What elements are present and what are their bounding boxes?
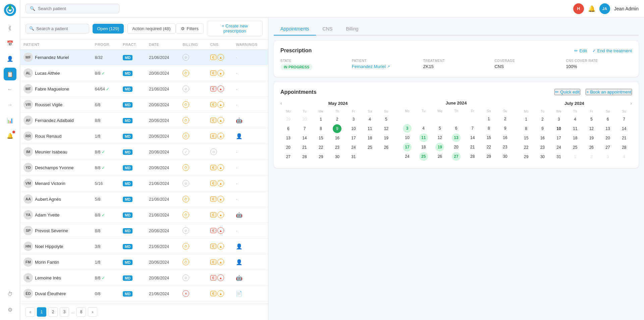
cal-day[interactable]: 3 <box>554 115 563 124</box>
cal-day[interactable]: 6 <box>452 124 461 133</box>
cal-day[interactable]: 10 <box>403 133 412 142</box>
cal-day[interactable]: 7 <box>620 115 629 124</box>
timer-icon[interactable]: ⏱ <box>4 288 16 301</box>
cal-day[interactable]: 31 <box>554 152 563 161</box>
cal-day[interactable]: 20 <box>284 143 292 152</box>
cal-day[interactable]: 25 <box>366 143 374 152</box>
cal-day[interactable]: 1 <box>317 115 325 124</box>
patients-icon[interactable]: 👤 <box>4 52 16 65</box>
cal-day[interactable]: 9 <box>501 124 509 133</box>
cal-day[interactable]: 28 <box>300 152 309 161</box>
cal-day[interactable]: 11 <box>366 124 374 133</box>
cal-day[interactable]: 3 <box>349 115 358 124</box>
cal-day[interactable]: 29 <box>522 152 531 161</box>
table-row[interactable]: VM Menard Victorin 5/16MD21/06/2024⊘€▲- <box>20 176 268 191</box>
settings-icon[interactable]: ⚙ <box>4 303 16 316</box>
cal-day[interactable]: 16 <box>501 133 509 142</box>
table-row[interactable]: AL Lucas Althée 8/8 ✓MD20/06/2024⏱€▲- <box>20 65 268 81</box>
table-row[interactable]: IM Meunier Isabeau 8/8 ✓MD20/06/2024✓⊘- <box>20 144 268 160</box>
cal-day[interactable]: 28 <box>468 152 477 161</box>
table-row[interactable]: SP Prevost Séverine 8/8MD20/06/2024⊘€▲- <box>20 223 268 239</box>
cal-day[interactable]: 16 <box>333 134 341 142</box>
cal-day[interactable]: 4 <box>419 124 428 133</box>
calendar-icon[interactable]: 📅 <box>4 37 16 50</box>
cal-day[interactable]: 30 <box>501 152 509 161</box>
cal-day-appt[interactable]: 3 <box>403 124 412 133</box>
book-appointment-button[interactable]: + Book an appointment <box>586 89 632 95</box>
cal-day[interactable]: 21 <box>620 134 629 142</box>
cal-day[interactable]: 25 <box>571 143 580 152</box>
expand-icon[interactable]: ⟪ <box>4 21 16 34</box>
end-treatment-button[interactable]: ✓ End the treatment <box>592 48 632 53</box>
table-row[interactable]: MF Fabre Maguelone 64/64 ✓MD21/06/2024⊘€… <box>20 81 268 97</box>
search-patient-bar[interactable]: 🔍 <box>25 24 89 34</box>
cal-day[interactable]: 15 <box>484 133 493 142</box>
cal-day[interactable]: 1 <box>484 115 493 123</box>
table-row[interactable]: IL Lemoine Inès 8/8 ✓MD20/06/2024⊘€▲🤖 <box>20 270 268 286</box>
table-row[interactable]: ÉD Duval Éleuthère 0/8MD21/06/2024✕€▲📄 <box>20 286 268 302</box>
cal-day[interactable]: 29 <box>284 115 292 124</box>
filters-button[interactable]: ⚙ Filters <box>176 23 204 34</box>
table-row[interactable]: VR Roussel Vigile 6/8MD20/06/2024⏱€▲- <box>20 97 268 113</box>
cal-day[interactable]: 26 <box>587 143 596 152</box>
cal-day[interactable]: 27 <box>603 143 612 152</box>
cal-day[interactable]: 4 <box>366 115 374 124</box>
cal-day-appt[interactable]: 19 <box>435 143 444 151</box>
page-3-button[interactable]: 3 <box>60 307 69 317</box>
cal-day[interactable]: 13 <box>284 134 292 142</box>
notifications-icon[interactable]: 🔔 <box>4 129 16 142</box>
avatar-ja[interactable]: JA <box>599 3 610 14</box>
cal-day[interactable]: 7 <box>300 124 309 133</box>
patient-value[interactable]: Fernandez Muriel ↗ <box>352 64 418 69</box>
cal-day[interactable]: 29 <box>317 152 325 161</box>
table-row[interactable]: YD Deschamps Yvonne 8/8 ✓MD20/06/2024⏱€▲… <box>20 160 268 176</box>
transfers-in-icon[interactable]: ← <box>4 83 16 96</box>
edit-button[interactable]: ✏ Edit <box>574 48 587 53</box>
cal-day[interactable]: 7 <box>468 124 477 133</box>
cal-day-appt[interactable]: 27 <box>452 152 461 161</box>
table-row[interactable]: HN Noel Hippolyte 3/8MD21/06/2024⏱€▲👤 <box>20 239 268 254</box>
cal-day[interactable]: 5 <box>587 115 596 124</box>
logo-icon[interactable] <box>4 4 16 16</box>
cal-day[interactable]: 23 <box>333 143 341 152</box>
cal-day[interactable]: 13 <box>603 124 612 133</box>
cal-day[interactable]: 17 <box>554 134 563 142</box>
table-row[interactable]: AA Aubert Agnès 5/8MD21/06/2024⏱€▲- <box>20 191 268 207</box>
cal-day[interactable]: 10 <box>349 124 358 133</box>
cal-day[interactable]: 12 <box>382 124 390 133</box>
cal-day[interactable]: 5 <box>382 115 390 124</box>
table-row[interactable]: AF Fernandez Adalbald 8/8MD20/06/2024⏱€▲… <box>20 113 268 128</box>
cal-day[interactable]: 12 <box>435 133 444 142</box>
cal-day[interactable]: 2 <box>501 115 509 123</box>
cal-day[interactable]: 23 <box>538 143 547 152</box>
next-page-button[interactable]: › <box>88 307 97 317</box>
cal-day[interactable]: 18 <box>419 143 428 151</box>
cal-day[interactable]: 21 <box>300 143 309 152</box>
analytics-icon[interactable]: 📊 <box>4 114 16 127</box>
page-8-button[interactable]: 8 <box>76 307 86 317</box>
cal-day[interactable]: 12 <box>587 124 596 133</box>
tab-appointments[interactable]: Appointments <box>274 23 316 36</box>
create-prescription-button[interactable]: + Create new prescription <box>207 21 263 36</box>
cal-day[interactable]: 19 <box>587 134 596 142</box>
cal-day[interactable]: 26 <box>382 143 390 152</box>
cal-day-appt[interactable]: 17 <box>403 143 412 151</box>
cal-day[interactable]: 26 <box>435 152 444 161</box>
cal-day[interactable]: 8 <box>522 124 531 133</box>
table-row[interactable]: YA Adam Yvette 8/8 ✓MD21/06/2024⏱€▲🤖 <box>20 207 268 223</box>
cal-day-today[interactable]: 9 <box>333 124 341 133</box>
tab-cns[interactable]: CNS <box>316 23 339 36</box>
cal-day[interactable]: 24 <box>554 143 563 152</box>
bell-icon[interactable]: 🔔 <box>588 5 595 12</box>
cal-day[interactable]: 27 <box>284 152 292 161</box>
cal-day[interactable]: 22 <box>317 143 325 152</box>
cal-day[interactable]: 15 <box>522 134 531 142</box>
cal-day[interactable]: 28 <box>620 143 629 152</box>
cal-day[interactable]: 10 <box>554 124 563 133</box>
cal-day[interactable]: 14 <box>620 124 629 133</box>
page-1-button[interactable]: 1 <box>37 307 46 317</box>
action-required-tab-button[interactable]: Action required (48) <box>127 23 175 34</box>
cal-day[interactable]: 31 <box>349 152 358 161</box>
cal-day[interactable]: 23 <box>501 143 509 151</box>
transfers-out-icon[interactable]: → <box>4 99 16 111</box>
